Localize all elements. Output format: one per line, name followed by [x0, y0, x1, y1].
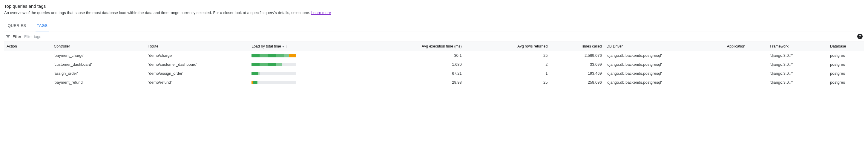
- cell-rows_ret: 25: [464, 78, 550, 87]
- cell-controller: 'payment_refund': [51, 78, 146, 87]
- load-bar-segment: [268, 54, 276, 57]
- cell-times: 258,096: [550, 78, 604, 87]
- load-bar-segment: [251, 54, 259, 57]
- load-bar: [251, 72, 296, 75]
- cell-load: [249, 78, 370, 87]
- cell-database: postgres: [828, 60, 864, 69]
- load-bar-segment: [253, 81, 257, 84]
- col-load-label: Load by total time: [251, 44, 281, 49]
- col-exec[interactable]: Avg execution time (ms): [370, 42, 464, 51]
- section-title: Top queries and tags: [4, 4, 864, 9]
- filter-label: Filter: [12, 34, 21, 39]
- load-bar-segment: [259, 72, 296, 75]
- load-bar-segment: [259, 54, 268, 57]
- tab-tags[interactable]: TAGS: [35, 20, 49, 31]
- cell-action: [4, 60, 51, 69]
- cell-rows_ret: 1: [464, 69, 550, 78]
- load-bar: [251, 81, 296, 84]
- help-icon[interactable]: ?: [857, 34, 863, 39]
- table-row[interactable]: 'payment_charge''demo/charge'30.1252,569…: [4, 51, 864, 60]
- load-bar: [251, 54, 296, 57]
- cell-driver: 'django.db.backends.postgresql': [604, 51, 725, 60]
- col-app[interactable]: Application: [725, 42, 768, 51]
- cell-framework: 'django:3.0.7': [768, 60, 828, 69]
- col-database[interactable]: Database: [828, 42, 864, 51]
- col-route[interactable]: Route: [146, 42, 249, 51]
- load-bar-segment: [259, 63, 268, 66]
- load-bar-segment: [276, 63, 282, 66]
- cell-exec: 29.98: [370, 78, 464, 87]
- filter-input[interactable]: [24, 34, 855, 39]
- cell-load: [249, 51, 370, 60]
- cell-times: 193,469: [550, 69, 604, 78]
- cell-load: [249, 60, 370, 69]
- cell-database: postgres: [828, 51, 864, 60]
- cell-framework: 'django:3.0.7': [768, 69, 828, 78]
- load-bar-segment: [284, 54, 289, 57]
- sort-descending-icon: ↓: [285, 44, 287, 49]
- cell-driver: 'django.db.backends.postgresql': [604, 78, 725, 87]
- filter-bar: Filter ?: [4, 31, 864, 42]
- dropdown-caret-icon: ▾: [282, 44, 284, 49]
- cell-load: [249, 69, 370, 78]
- load-bar-segment: [282, 63, 296, 66]
- tab-queries[interactable]: QUERIES: [7, 20, 27, 31]
- tab-bar: QUERIES TAGS: [4, 20, 864, 31]
- cell-exec: 67.21: [370, 69, 464, 78]
- table-header-row: Action Controller Route Load by total ti…: [4, 42, 864, 51]
- cell-database: postgres: [828, 78, 864, 87]
- load-bar-segment: [251, 63, 259, 66]
- load-bar: [251, 63, 296, 66]
- cell-route: 'demo/refund': [146, 78, 249, 87]
- col-times[interactable]: Times called: [550, 42, 604, 51]
- cell-exec: 30.1: [370, 51, 464, 60]
- section-subtitle: An overview of the queries and tags that…: [4, 10, 864, 15]
- cell-action: [4, 51, 51, 60]
- cell-action: [4, 69, 51, 78]
- cell-app: [725, 51, 768, 60]
- col-framework[interactable]: Framework: [768, 42, 828, 51]
- cell-driver: 'django.db.backends.postgresql': [604, 60, 725, 69]
- col-rows[interactable]: Avg rows returned: [464, 42, 550, 51]
- cell-framework: 'django:3.0.7': [768, 51, 828, 60]
- cell-driver: 'django.db.backends.postgresql': [604, 69, 725, 78]
- load-bar-segment: [251, 72, 258, 75]
- table-row[interactable]: 'assign_order''demo/assign_order'67.2111…: [4, 69, 864, 78]
- col-load[interactable]: Load by total time ▾ ↓: [249, 42, 370, 51]
- cell-app: [725, 60, 768, 69]
- col-controller[interactable]: Controller: [51, 42, 146, 51]
- cell-action: [4, 78, 51, 87]
- tags-table: Action Controller Route Load by total ti…: [4, 42, 864, 87]
- cell-app: [725, 78, 768, 87]
- load-bar-segment: [268, 63, 276, 66]
- cell-times: 2,569,076: [550, 51, 604, 60]
- cell-rows_ret: 25: [464, 51, 550, 60]
- load-bar-segment: [289, 54, 296, 57]
- filter-icon: [5, 34, 11, 39]
- table-row[interactable]: 'customer_dashboard''demo/customer_dashb…: [4, 60, 864, 69]
- cell-framework: 'django:3.0.7': [768, 78, 828, 87]
- learn-more-link[interactable]: Learn more: [311, 10, 331, 15]
- cell-controller: 'assign_order': [51, 69, 146, 78]
- cell-route: 'demo/customer_dashboard': [146, 60, 249, 69]
- table-row[interactable]: 'payment_refund''demo/refund'29.9825258,…: [4, 78, 864, 87]
- cell-exec: 1,680: [370, 60, 464, 69]
- cell-route: 'demo/charge': [146, 51, 249, 60]
- cell-controller: 'payment_charge': [51, 51, 146, 60]
- cell-database: postgres: [828, 69, 864, 78]
- cell-route: 'demo/assign_order': [146, 69, 249, 78]
- cell-times: 33,099: [550, 60, 604, 69]
- col-driver[interactable]: DB Driver: [604, 42, 725, 51]
- cell-controller: 'customer_dashboard': [51, 60, 146, 69]
- load-bar-segment: [258, 81, 297, 84]
- cell-app: [725, 69, 768, 78]
- cell-rows_ret: 2: [464, 60, 550, 69]
- col-action[interactable]: Action: [4, 42, 51, 51]
- load-bar-segment: [276, 54, 284, 57]
- subtitle-text: An overview of the queries and tags that…: [4, 10, 311, 15]
